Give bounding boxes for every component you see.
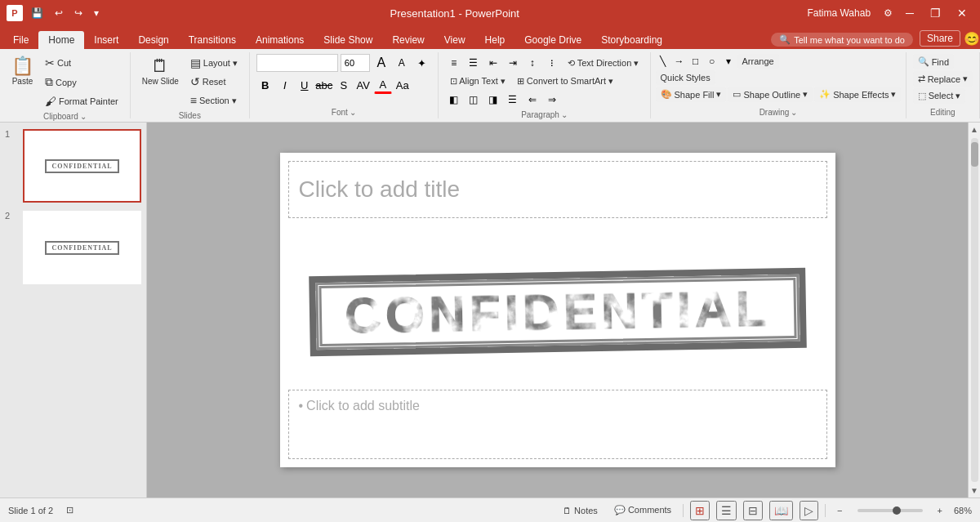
tell-me-box[interactable]: 🔍 Tell me what you want to do bbox=[771, 33, 913, 47]
scroll-thumb[interactable] bbox=[971, 142, 978, 167]
drawing-expand-icon[interactable]: ⌄ bbox=[791, 108, 797, 117]
ltr-btn[interactable]: ⇒ bbox=[543, 91, 561, 109]
arrange-button[interactable]: Arrange bbox=[737, 54, 779, 69]
settings-btn[interactable]: ⚙ bbox=[880, 6, 896, 20]
font-expand-icon[interactable]: ⌄ bbox=[350, 108, 356, 117]
shape-effects-label: Shape Effects bbox=[833, 90, 889, 100]
clear-format-btn[interactable]: ✦ bbox=[413, 54, 431, 72]
char-spacing-btn[interactable]: AV bbox=[354, 76, 372, 94]
line-spacing-btn[interactable]: ↕ bbox=[523, 54, 541, 72]
font-name-input[interactable] bbox=[256, 54, 338, 72]
tab-design[interactable]: Design bbox=[128, 31, 178, 49]
tab-help[interactable]: Help bbox=[475, 31, 515, 49]
font-size-input[interactable] bbox=[341, 54, 370, 72]
strikethrough-btn[interactable]: abc bbox=[315, 76, 333, 94]
shape-circle[interactable]: ○ bbox=[705, 54, 719, 69]
shape-line[interactable]: ╲ bbox=[656, 54, 670, 69]
slide-title-text: Click to add title bbox=[299, 176, 461, 203]
format-painter-button[interactable]: 🖌 Format Painter bbox=[40, 92, 123, 110]
tab-transitions[interactable]: Transitions bbox=[179, 31, 246, 49]
shape-fill-button[interactable]: 🎨 Shape Fill ▾ bbox=[656, 87, 727, 102]
replace-button[interactable]: ⇄ Replace ▾ bbox=[913, 71, 973, 87]
section-button[interactable]: ≡ Section ▾ bbox=[185, 91, 243, 109]
scroll-down-btn[interactable]: ▼ bbox=[968, 484, 980, 497]
tab-review[interactable]: Review bbox=[382, 31, 434, 49]
shadow-btn[interactable]: S bbox=[335, 76, 353, 94]
customize-quick-btn[interactable]: ▾ bbox=[91, 6, 102, 20]
align-right-btn[interactable]: ◨ bbox=[484, 91, 502, 109]
restore-btn[interactable]: ❐ bbox=[924, 5, 947, 21]
layout-button[interactable]: ▤ Layout ▾ bbox=[185, 54, 243, 72]
cut-button[interactable]: ✂ Cut bbox=[40, 54, 123, 72]
underline-btn[interactable]: U bbox=[296, 76, 314, 94]
scroll-up-btn[interactable]: ▲ bbox=[968, 123, 980, 136]
italic-btn[interactable]: I bbox=[276, 76, 294, 94]
tab-insert[interactable]: Insert bbox=[84, 31, 128, 49]
zoom-out-btn[interactable]: − bbox=[832, 503, 847, 518]
tab-file[interactable]: File bbox=[3, 31, 38, 49]
shape-effects-button[interactable]: ✨ Shape Effects ▾ bbox=[814, 87, 901, 102]
align-left-btn[interactable]: ◧ bbox=[445, 91, 463, 109]
outline-view-btn[interactable]: ☰ bbox=[716, 501, 737, 520]
normal-view-btn[interactable]: ⊞ bbox=[690, 501, 710, 520]
align-center-btn[interactable]: ◫ bbox=[465, 91, 483, 109]
shape-arrow[interactable]: → bbox=[672, 54, 687, 69]
comments-btn[interactable]: 💬 Comments bbox=[609, 502, 676, 518]
highlight-btn[interactable]: Aa bbox=[394, 76, 412, 94]
zoom-in-btn[interactable]: + bbox=[933, 503, 947, 518]
notes-icon: 🗒 bbox=[563, 506, 572, 515]
align-text-btn[interactable]: ⊡ Align Text ▾ bbox=[445, 74, 510, 89]
bullets-btn[interactable]: ≡ bbox=[445, 54, 463, 72]
clipboard-expand-icon[interactable]: ⌄ bbox=[80, 112, 87, 121]
undo-quick-btn[interactable]: ↩ bbox=[51, 6, 66, 20]
reset-button[interactable]: ↺ Reset bbox=[185, 73, 243, 91]
bold-btn[interactable]: B bbox=[256, 76, 274, 94]
notes-btn[interactable]: 🗒 Notes bbox=[558, 503, 603, 518]
tab-view[interactable]: View bbox=[434, 31, 475, 49]
select-button[interactable]: ⬚ Select ▾ bbox=[913, 88, 966, 104]
redo-quick-btn[interactable]: ↪ bbox=[71, 6, 86, 20]
stamp-container[interactable]: CONFIDENTIAL bbox=[296, 222, 819, 402]
shape-outline-button[interactable]: ▭ Shape Outline ▾ bbox=[728, 87, 813, 102]
paste-button[interactable]: 📋 Paste bbox=[7, 54, 38, 89]
para-expand-icon[interactable]: ⌄ bbox=[561, 110, 568, 119]
slide-thumb-2[interactable]: 2 CONFIDENTIAL bbox=[5, 211, 141, 284]
close-btn[interactable]: ✕ bbox=[951, 5, 973, 21]
slide-preview-2[interactable]: CONFIDENTIAL bbox=[23, 211, 141, 284]
slideshow-btn[interactable]: ▷ bbox=[800, 501, 818, 520]
justify-btn[interactable]: ☰ bbox=[504, 91, 522, 109]
text-direction-btn[interactable]: ⟲ Text Direction ▾ bbox=[563, 54, 644, 72]
tab-animations[interactable]: Animations bbox=[246, 31, 314, 49]
slide-preview-1[interactable]: CONFIDENTIAL bbox=[23, 129, 141, 203]
shape-more[interactable]: ▾ bbox=[721, 54, 736, 69]
minimize-btn[interactable]: ─ bbox=[899, 5, 920, 21]
font-decrease-btn[interactable]: A bbox=[393, 54, 411, 72]
slide-title-placeholder[interactable]: Click to add title bbox=[288, 161, 827, 218]
tab-storyboarding[interactable]: Storyboarding bbox=[591, 31, 672, 49]
slide-thumb-1[interactable]: 1 CONFIDENTIAL bbox=[5, 129, 141, 203]
save-quick-btn[interactable]: 💾 bbox=[28, 6, 47, 20]
tab-home[interactable]: Home bbox=[38, 31, 84, 49]
font-increase-btn[interactable]: A bbox=[372, 54, 390, 72]
decrease-indent-btn[interactable]: ⇤ bbox=[484, 54, 502, 72]
increase-indent-btn[interactable]: ⇥ bbox=[504, 54, 522, 72]
fit-slide-btn[interactable]: ⊡ bbox=[61, 502, 78, 518]
slide-canvas: Click to add title CONFIDENTIAL • Click … bbox=[280, 153, 835, 467]
reading-view-btn[interactable]: 📖 bbox=[769, 501, 793, 520]
convert-smartart-btn[interactable]: ⊞ Convert to SmartArt ▾ bbox=[512, 74, 618, 89]
slide-sorter-btn[interactable]: ⊟ bbox=[743, 501, 763, 520]
new-slide-button[interactable]: 🗒 New Slide bbox=[137, 54, 184, 89]
quick-styles-button[interactable]: Quick Styles bbox=[656, 70, 715, 85]
rtl-btn[interactable]: ⇐ bbox=[523, 91, 541, 109]
zoom-slider[interactable] bbox=[858, 509, 923, 512]
columns-btn[interactable]: ⫶ bbox=[543, 54, 561, 72]
share-button[interactable]: Share bbox=[920, 30, 960, 47]
find-button[interactable]: 🔍 Find bbox=[913, 54, 954, 69]
tab-slideshow[interactable]: Slide Show bbox=[314, 31, 382, 49]
numbering-btn[interactable]: ☰ bbox=[465, 54, 483, 72]
font-color-btn[interactable]: A bbox=[374, 76, 392, 94]
shape-rect[interactable]: □ bbox=[688, 54, 703, 69]
slide-subtitle-placeholder[interactable]: • Click to add subtitle bbox=[288, 390, 827, 459]
copy-button[interactable]: ⧉ Copy bbox=[40, 73, 123, 91]
tab-google-drive[interactable]: Google Drive bbox=[514, 31, 591, 49]
